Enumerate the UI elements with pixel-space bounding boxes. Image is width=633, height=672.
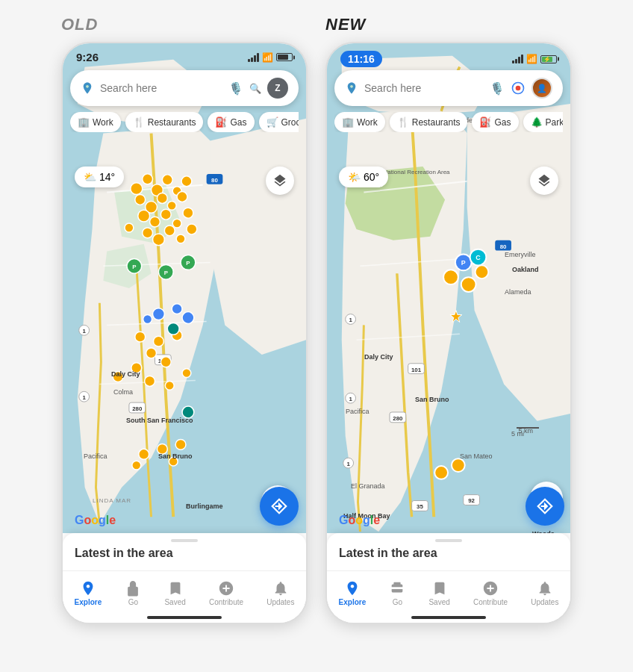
- label-dalycity-new: Daly City: [364, 353, 393, 361]
- old-search-bar[interactable]: Search here 🎙️ 🔍 Z: [70, 70, 299, 106]
- svg-point-29: [160, 209, 171, 220]
- old-label: OLD: [61, 15, 98, 34]
- old-search-area[interactable]: Search here 🎙️ 🔍 Z 🏢 Work 🍴 Restaurants: [70, 70, 299, 132]
- new-nav-contribute[interactable]: Contribute: [473, 580, 508, 606]
- old-google-logo: Google: [75, 514, 116, 527]
- scale-bar: [517, 427, 539, 429]
- old-nav-contribute-label: Contribute: [209, 598, 243, 606]
- svg-text:1: 1: [82, 394, 86, 401]
- svg-point-17: [143, 174, 153, 184]
- svg-point-56: [165, 381, 174, 390]
- old-nav-contribute[interactable]: Contribute: [209, 580, 243, 606]
- chip-groceries[interactable]: 🛒 Groceries: [259, 112, 299, 132]
- old-sheet-title: Latest in the area: [63, 547, 306, 564]
- svg-text:1: 1: [82, 328, 86, 335]
- mic-icon[interactable]: 🎙️: [228, 81, 243, 96]
- new-search-bar[interactable]: Search here 🎙️ 👤: [334, 70, 563, 106]
- svg-point-57: [182, 369, 191, 378]
- new-search-area[interactable]: Search here 🎙️ 👤 🏢 Work: [334, 70, 563, 132]
- saved-nav-icon: [167, 580, 184, 597]
- chip-gas-label: Gas: [230, 117, 246, 128]
- svg-point-46: [143, 315, 152, 324]
- new-phone-frame: 101 280 1 1 1 80 92: [325, 42, 572, 624]
- new-chip-parks-label: Parks: [546, 117, 564, 128]
- label-burlingame: Burlingame: [186, 503, 223, 510]
- svg-point-91: [461, 277, 476, 292]
- svg-point-37: [187, 224, 197, 234]
- svg-point-35: [176, 234, 185, 243]
- new-search-text[interactable]: Search here: [364, 82, 484, 94]
- signal-bars: [248, 53, 259, 62]
- svg-point-19: [162, 175, 172, 185]
- new-temperature: 60°: [364, 171, 379, 183]
- new-nav-saved[interactable]: Saved: [428, 580, 449, 606]
- lens-icon[interactable]: 🔍: [249, 83, 261, 94]
- old-status-bar: 9:26 📶: [63, 43, 306, 68]
- svg-text:P: P: [132, 264, 136, 270]
- old-nav-updates[interactable]: Updates: [266, 580, 294, 606]
- new-bottom-nav: Explore Go Saved: [327, 570, 570, 623]
- svg-point-61: [132, 461, 141, 470]
- svg-marker-3: [211, 119, 306, 355]
- old-layers-button[interactable]: [266, 167, 294, 195]
- new-status-time: 11:16: [340, 51, 382, 67]
- label-emeryville: Emeryville: [505, 251, 536, 258]
- restaurants-icon: 🍴: [133, 116, 145, 128]
- chip-work[interactable]: 🏢 Work: [70, 112, 121, 132]
- new-chip-restaurants[interactable]: 🍴 Restaurants: [390, 112, 468, 132]
- new-chip-gas[interactable]: ⛽ Gas: [472, 112, 518, 132]
- new-user-avatar[interactable]: 👤: [531, 78, 552, 99]
- label-sanbruno-new: San Bruno: [415, 396, 449, 403]
- new-nav-updates[interactable]: Updates: [531, 580, 558, 606]
- label-colma: Colma: [113, 388, 133, 396]
- old-nav-explore[interactable]: Explore: [75, 580, 102, 606]
- old-nav-go[interactable]: Go: [125, 580, 141, 606]
- svg-point-28: [150, 217, 160, 227]
- new-status-icons: 📶 ⚡: [512, 54, 557, 64]
- new-chip-gas-label: Gas: [494, 117, 511, 128]
- svg-point-24: [157, 193, 167, 204]
- contribute-nav-icon: [218, 580, 234, 597]
- chip-restaurants[interactable]: 🍴 Restaurants: [125, 112, 204, 132]
- new-restaurants-icon: 🍴: [397, 116, 409, 128]
- new-nav-go-label: Go: [393, 598, 402, 606]
- old-search-text[interactable]: Search here: [100, 82, 222, 94]
- new-mic-icon[interactable]: 🎙️: [490, 81, 505, 96]
- go-nav-icon: [125, 580, 141, 597]
- new-chip-work[interactable]: 🏢 Work: [334, 112, 385, 132]
- svg-point-47: [182, 312, 194, 324]
- svg-point-32: [143, 228, 153, 238]
- svg-point-30: [172, 219, 181, 228]
- new-nav-go[interactable]: Go: [389, 580, 405, 606]
- svg-point-34: [164, 225, 175, 236]
- label-lindamar: LINDA MAR: [93, 497, 131, 504]
- label-alameda: Alameda: [505, 288, 531, 296]
- chip-restaurants-label: Restaurants: [148, 117, 196, 128]
- new-nav-explore[interactable]: Explore: [339, 580, 367, 606]
- new-directions-fab[interactable]: [526, 487, 564, 526]
- new-home-indicator: [411, 616, 486, 619]
- svg-point-25: [167, 201, 176, 210]
- svg-text:280: 280: [132, 405, 143, 412]
- label-southsf: South San Francisco: [126, 417, 193, 424]
- svg-point-59: [139, 449, 149, 459]
- new-chip-parks[interactable]: 🌲 Parks: [523, 112, 564, 132]
- label-dalycity-old: Daly City: [111, 370, 140, 378]
- svg-point-49: [154, 336, 164, 346]
- old-nav-saved-label: Saved: [164, 598, 185, 606]
- old-nav-saved[interactable]: Saved: [164, 580, 185, 606]
- old-directions-fab[interactable]: [260, 487, 299, 526]
- svg-point-92: [475, 265, 489, 279]
- new-signal-bars: [512, 55, 523, 63]
- chip-gas[interactable]: ⛽ Gas: [208, 112, 254, 132]
- new-layers-button[interactable]: [530, 167, 558, 195]
- user-avatar[interactable]: Z: [267, 78, 288, 99]
- old-bottom-nav: Explore Go Saved: [63, 570, 306, 623]
- new-column: NEW: [325, 15, 572, 624]
- new-google-lens-icon[interactable]: [511, 81, 526, 96]
- old-status-time: 9:26: [76, 51, 99, 63]
- wifi-icon: 📶: [262, 52, 273, 63]
- updates-nav-icon: [272, 580, 289, 597]
- scale-sublabel: 5 mi: [511, 430, 524, 438]
- new-gas-icon: ⛽: [479, 116, 491, 128]
